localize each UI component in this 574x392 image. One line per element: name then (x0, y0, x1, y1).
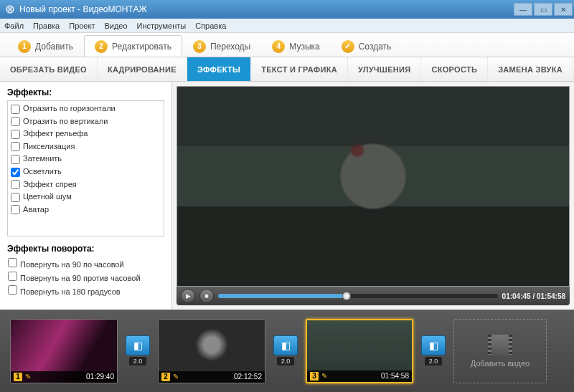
fx-flip-horizontal[interactable]: Отразить по горизонтали (10, 102, 161, 115)
fx-flip-horizontal-checkbox[interactable] (11, 105, 20, 114)
fx-spray-checkbox[interactable] (11, 180, 20, 189)
step-label-create: Создать (359, 42, 392, 52)
step-badge-4: 4 (272, 40, 285, 53)
close-button[interactable]: ✕ (554, 3, 573, 16)
clip-3-bar: 3 ✎ 01:54:58 (307, 371, 412, 382)
stop-button[interactable]: ■ (199, 289, 214, 303)
transition-3: ◧ 2.0 (420, 335, 446, 367)
step-transitions[interactable]: 3Переходы (182, 35, 261, 57)
transition-1-duration: 2.0 (129, 357, 147, 365)
clip-1-time: 01:29:40 (86, 373, 114, 381)
fx-pixelate-checkbox[interactable] (11, 142, 20, 151)
menu-video[interactable]: Видео (104, 21, 127, 30)
add-video-label: Добавить видео (471, 359, 530, 368)
play-button[interactable]: ▶ (181, 289, 195, 303)
transition-3-duration: 2.0 (425, 357, 443, 365)
rot-180-checkbox[interactable] (8, 285, 17, 295)
clip-3-time: 01:54:58 (381, 372, 409, 380)
preview-pane: ▶ ■ 01:04:45 / 01:54:58 (172, 82, 574, 310)
step-label-music: Музыка (289, 42, 319, 52)
step-create[interactable]: ✓Создать (331, 35, 403, 57)
clip-1-num: 1 (14, 373, 22, 381)
subtab-text[interactable]: ТЕКСТ И ГРАФИКА (251, 57, 348, 81)
step-badge-1: 1 (18, 40, 31, 53)
menubar: Файл Правка Проект Видео Инструменты Спр… (0, 19, 574, 33)
clip-3-num: 3 (310, 372, 319, 381)
add-video-button[interactable]: Добавить видео (453, 319, 547, 383)
rot-cw90-checkbox[interactable] (8, 258, 17, 267)
step-edit[interactable]: 2Редактировать (84, 35, 182, 57)
pencil-icon[interactable]: ✎ (25, 373, 31, 381)
clip-3[interactable]: ★ 3 ✎ 01:54:58 (306, 319, 413, 383)
rot-ccw90[interactable]: Повернуть на 90 против часовой (7, 270, 164, 284)
menu-help[interactable]: Справка (195, 21, 226, 30)
fx-relief-checkbox[interactable] (11, 130, 20, 139)
fx-darken[interactable]: Затемнить (10, 153, 161, 166)
film-icon (488, 335, 512, 355)
video-preview[interactable] (177, 86, 570, 287)
step-add[interactable]: 1Добавить (7, 35, 84, 57)
menu-tools[interactable]: Инструменты (137, 21, 187, 30)
player-controls: ▶ ■ 01:04:45 / 01:54:58 (177, 287, 570, 305)
minimize-button[interactable]: — (514, 3, 532, 16)
titlebar: Новый проект - ВидеоМОНТАЖ — ▭ ✕ (0, 0, 574, 19)
fx-avatar-checkbox[interactable] (11, 205, 20, 214)
effects-list[interactable]: Отразить по горизонтали Отразить по верт… (7, 100, 164, 236)
seek-knob[interactable] (342, 292, 351, 300)
subtabs: ОБРЕЗАТЬ ВИДЕО КАДРИРОВАНИЕ ЭФФЕКТЫ ТЕКС… (0, 57, 574, 82)
maximize-button[interactable]: ▭ (534, 3, 552, 16)
subtab-trim[interactable]: ОБРЕЗАТЬ ВИДЕО (0, 57, 98, 81)
subtab-enhance[interactable]: УЛУЧШЕНИЯ (348, 57, 422, 81)
clip-1[interactable]: 1 ✎ 01:29:40 (10, 319, 118, 383)
step-label-edit: Редактировать (112, 42, 171, 52)
subtab-effects[interactable]: ЭФФЕКТЫ (187, 57, 251, 81)
seek-fill (218, 294, 347, 298)
rot-180[interactable]: Повернуть на 180 градусов (7, 284, 164, 297)
fx-darken-checkbox[interactable] (11, 155, 20, 164)
fx-relief[interactable]: Эффект рельефа (10, 128, 161, 140)
effects-panel: Эффекты: Отразить по горизонтали Отразит… (0, 82, 172, 310)
transition-1: ◧ 2.0 (125, 335, 151, 367)
step-music[interactable]: 4Музыка (261, 35, 330, 57)
subtab-crop[interactable]: КАДРИРОВАНИЕ (98, 57, 187, 81)
menu-edit[interactable]: Правка (33, 21, 60, 30)
fx-flip-vertical[interactable]: Отразить по вертикали (10, 115, 161, 128)
rotation-list: Повернуть на 90 по часовой Повернуть на … (7, 257, 164, 297)
preview-frame (177, 87, 569, 286)
pencil-icon[interactable]: ✎ (321, 372, 327, 380)
seek-bar[interactable] (218, 294, 498, 298)
step-label-add: Добавить (35, 42, 73, 52)
fx-avatar[interactable]: Аватар (10, 204, 161, 216)
clip-2[interactable]: 2 ✎ 02:12:52 (158, 319, 265, 383)
fx-lighten[interactable]: Осветлить (10, 166, 161, 178)
transition-2-duration: 2.0 (277, 357, 295, 365)
clip-2-num: 2 (161, 373, 170, 381)
fx-flip-vertical-checkbox[interactable] (11, 117, 20, 126)
fx-spray[interactable]: Эффект спрея (10, 178, 161, 191)
clip-2-bar: 2 ✎ 02:12:52 (159, 371, 265, 383)
step-label-transitions: Переходы (210, 42, 250, 52)
transition-2-icon[interactable]: ◧ (273, 335, 298, 355)
pencil-icon[interactable]: ✎ (173, 373, 179, 381)
fx-lighten-checkbox[interactable] (11, 168, 20, 177)
time-display: 01:04:45 / 01:54:58 (502, 292, 565, 300)
effects-heading: Эффекты: (7, 87, 164, 97)
timeline: 1 ✎ 01:29:40 ◧ 2.0 2 ✎ 02:12:52 ◧ 2.0 ★ … (0, 310, 574, 392)
transition-3-icon[interactable]: ◧ (421, 335, 446, 355)
rot-ccw90-checkbox[interactable] (8, 272, 17, 281)
transition-2: ◧ 2.0 (273, 335, 298, 367)
rotation-heading: Эффекты поворота: (7, 244, 164, 254)
transition-1-icon[interactable]: ◧ (126, 335, 150, 355)
subtab-speed[interactable]: СКОРОСТЬ (421, 57, 488, 81)
steps-bar: 1Добавить 2Редактировать 3Переходы 4Музы… (0, 33, 574, 57)
fx-color-noise[interactable]: Цветной шум (10, 191, 161, 204)
rot-cw90[interactable]: Повернуть на 90 по часовой (7, 257, 164, 270)
menu-file[interactable]: Файл (4, 21, 24, 30)
menu-project[interactable]: Проект (69, 21, 95, 30)
fx-pixelate[interactable]: Пикселизация (10, 140, 161, 153)
step-badge-2: 2 (95, 40, 108, 53)
clip-2-time: 02:12:52 (234, 373, 262, 381)
app-icon (4, 4, 16, 15)
fx-color-noise-checkbox[interactable] (11, 193, 20, 202)
subtab-audio[interactable]: ЗАМЕНА ЗВУКА (488, 57, 573, 81)
